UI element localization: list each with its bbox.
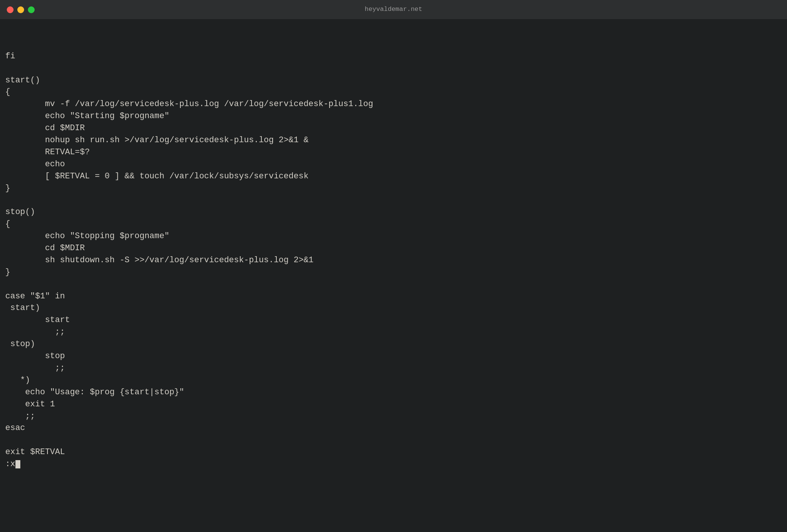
code-line — [5, 434, 787, 446]
code-line: cd $MDIR — [5, 242, 787, 254]
code-line: { — [5, 86, 787, 98]
code-line: echo "Usage: $prog {start|stop}" — [5, 386, 787, 398]
code-line: cd $MDIR — [5, 122, 787, 134]
code-line — [5, 278, 787, 290]
title-bar: heyvaldemar.net — [0, 0, 787, 20]
code-line: *) — [5, 374, 787, 386]
code-line: stop — [5, 350, 787, 362]
code-line: stop) — [5, 338, 787, 350]
code-line: RETVAL=$? — [5, 146, 787, 158]
code-line: } — [5, 182, 787, 195]
code-line: fi — [5, 50, 787, 62]
close-button[interactable] — [7, 6, 14, 13]
code-line: exit 1 — [5, 398, 787, 410]
code-line: case "$1" in — [5, 290, 787, 302]
code-line: start — [5, 314, 787, 326]
code-line: mv -f /var/log/servicedesk-plus.log /var… — [5, 98, 787, 110]
code-line — [5, 194, 787, 206]
code-line: start) — [5, 302, 787, 314]
code-line: ;; — [5, 410, 787, 423]
code-line: nohup sh run.sh >/var/log/servicedesk-pl… — [5, 134, 787, 146]
code-line: exit $RETVAL — [5, 446, 787, 458]
code-line: stop() — [5, 206, 787, 218]
command-line: :x — [5, 458, 787, 470]
code-line — [5, 62, 787, 74]
code-line: echo — [5, 158, 787, 170]
code-line: [ $RETVAL = 0 ] && touch /var/lock/subsy… — [5, 170, 787, 182]
minimize-button[interactable] — [17, 6, 24, 13]
code-line: { — [5, 218, 787, 230]
code-line: } — [5, 266, 787, 278]
traffic-lights — [7, 6, 35, 13]
code-line: esac — [5, 422, 787, 434]
code-line: sh shutdown.sh -S >>/var/log/servicedesk… — [5, 254, 787, 266]
code-line: start() — [5, 74, 787, 87]
terminal-content: fistart(){ mv -f /var/log/servicedesk-pl… — [0, 20, 787, 470]
cursor — [15, 460, 20, 468]
code-line: echo "Stopping $progname" — [5, 230, 787, 242]
window-title: heyvaldemar.net — [365, 5, 422, 14]
code-line: echo "Starting $progname" — [5, 110, 787, 122]
code-line: ;; — [5, 362, 787, 374]
code-line: ;; — [5, 326, 787, 338]
maximize-button[interactable] — [28, 6, 35, 13]
command-text: :x — [5, 458, 15, 470]
